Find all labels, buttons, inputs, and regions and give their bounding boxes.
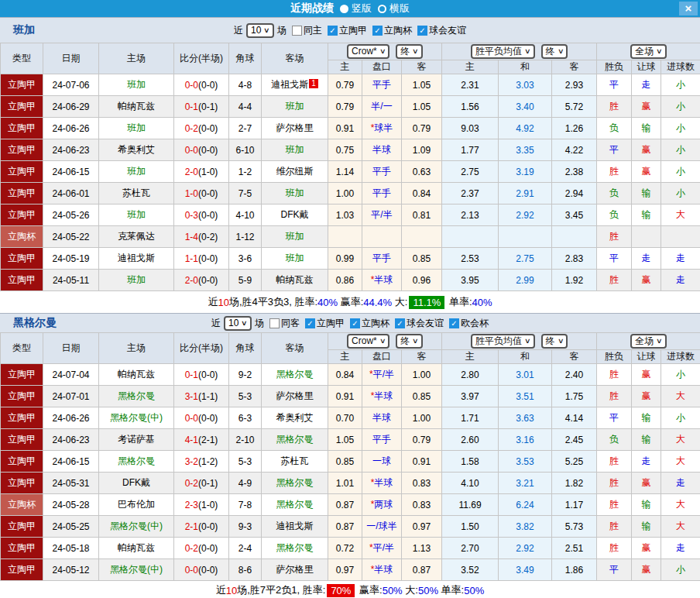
corner-cell: 8-6 bbox=[229, 559, 262, 581]
odds-home-cell: 0.87 bbox=[328, 516, 362, 538]
date-cell: 24-06-23 bbox=[43, 429, 99, 451]
odds-home-cell: 0.97 bbox=[328, 559, 362, 581]
horizontal-layout-label[interactable]: 横版 bbox=[389, 2, 410, 15]
filter-checkbox-2[interactable]: ✓ bbox=[350, 318, 360, 328]
odds-source-select[interactable]: Crow*∨ bbox=[347, 44, 389, 59]
goals-cell: 小 bbox=[661, 364, 700, 386]
avg-home-cell bbox=[442, 226, 499, 248]
handicap-cell: 一球 bbox=[362, 451, 402, 473]
filter-checkbox-label-1[interactable]: 立陶甲 bbox=[339, 24, 367, 37]
odds-final-select[interactable]: 终∨ bbox=[396, 334, 423, 349]
home-team-cell: 考诺萨基 bbox=[99, 429, 174, 451]
avg-away-cell: 1.26 bbox=[552, 118, 597, 139]
avg-away-cell: 2.38 bbox=[552, 161, 597, 183]
avg-final-select[interactable]: 终∨ bbox=[541, 334, 568, 349]
goals-cell: 大 bbox=[661, 386, 700, 407]
odds-source-select-value: Crow* bbox=[352, 46, 377, 57]
avg-draw-cell bbox=[499, 226, 552, 248]
handicap-cell bbox=[362, 226, 402, 248]
filter-checkbox-label-3[interactable]: 球会友谊 bbox=[407, 317, 444, 330]
avg-away-cell: 2.93 bbox=[552, 74, 597, 96]
col-header-corner: 角球 bbox=[229, 43, 262, 74]
avg-type-select[interactable]: 胜平负均值∨ bbox=[471, 334, 535, 349]
odds-away-cell: 0.87 bbox=[402, 559, 442, 581]
filter-checkbox-4[interactable]: ✓ bbox=[449, 318, 459, 328]
horizontal-layout-radio[interactable] bbox=[378, 5, 386, 13]
date-cell: 24-06-26 bbox=[43, 407, 99, 429]
avg-draw-cell: 2.75 bbox=[499, 248, 552, 270]
corner-cell: 4-10 bbox=[229, 204, 262, 226]
close-icon[interactable]: × bbox=[679, 2, 698, 15]
chevron-down-icon: ∨ bbox=[412, 46, 419, 57]
away-team-cell: 迪祖戈斯1 bbox=[262, 74, 328, 96]
scope-select[interactable]: 全场∨ bbox=[630, 334, 667, 349]
odds-away-cell bbox=[402, 226, 442, 248]
vertical-layout-label[interactable]: 竖版 bbox=[352, 2, 372, 15]
odds-group-header: Crow*∨终∨ bbox=[328, 43, 442, 60]
date-cell: 24-05-22 bbox=[43, 226, 99, 248]
filter-checkbox-label-3[interactable]: 球会友谊 bbox=[429, 24, 466, 37]
chevron-down-icon: ∨ bbox=[412, 335, 419, 347]
avg-final-select[interactable]: 终∨ bbox=[541, 44, 568, 59]
odds-final-select[interactable]: 终∨ bbox=[396, 44, 423, 59]
score-cell: 3-1(1-1) bbox=[174, 386, 229, 407]
summary-token: 大: bbox=[392, 295, 407, 309]
goals-cell bbox=[661, 226, 700, 248]
let-ball-cell: 赢 bbox=[632, 96, 661, 118]
let-ball-cell: 走 bbox=[632, 451, 661, 473]
col-header-let_ball: 让球 bbox=[632, 60, 661, 74]
filter-checkbox-label-0[interactable]: 同主 bbox=[304, 24, 322, 37]
away-team-cell: 黑格尔曼 bbox=[262, 538, 328, 559]
avg-home-cell: 2.13 bbox=[442, 204, 499, 226]
filter-checkbox-label-1[interactable]: 立陶甲 bbox=[317, 317, 345, 330]
competition-cell: 立陶甲 bbox=[1, 407, 43, 429]
odds-source-select[interactable]: Crow*∨ bbox=[347, 334, 389, 349]
vertical-layout-radio[interactable] bbox=[340, 5, 348, 13]
match-count-select[interactable]: 10∨ bbox=[246, 23, 274, 38]
odds-away-cell: 0.81 bbox=[402, 204, 442, 226]
summary-token: 40% bbox=[472, 297, 492, 308]
filter-checkbox-label-2[interactable]: 立陶杯 bbox=[384, 24, 412, 37]
avg-home-cell: 3.95 bbox=[442, 270, 499, 291]
filter-checkbox-0[interactable] bbox=[269, 318, 280, 328]
odds-home-cell: 1.03 bbox=[328, 204, 362, 226]
filter-checkbox-label-2[interactable]: 立陶杯 bbox=[362, 317, 389, 330]
filter-checkbox-1[interactable]: ✓ bbox=[305, 318, 315, 328]
competition-cell: 立陶甲 bbox=[1, 96, 43, 118]
let-ball-cell: 赢 bbox=[632, 139, 661, 161]
filter-checkbox-3[interactable]: ✓ bbox=[395, 318, 405, 328]
odds-group-header: Crow*∨终∨ bbox=[328, 333, 442, 350]
col-header-avg_away: 客 bbox=[552, 350, 597, 364]
odds-away-cell: 1.05 bbox=[402, 74, 442, 96]
score-cell: 0-0(0-0) bbox=[174, 74, 229, 96]
filter-checkbox-1[interactable]: ✓ bbox=[328, 26, 338, 36]
scope-select[interactable]: 全场∨ bbox=[630, 44, 667, 59]
avg-draw-cell: 4.92 bbox=[499, 118, 552, 139]
filter-checkbox-label-0[interactable]: 同客 bbox=[281, 317, 300, 330]
avg-type-select[interactable]: 胜平负均值∨ bbox=[471, 44, 535, 59]
filter-checkbox-2[interactable]: ✓ bbox=[372, 26, 383, 36]
score-cell: 2-3(1-0) bbox=[174, 494, 229, 516]
odds-away-cell: 1.00 bbox=[402, 407, 442, 429]
avg-away-cell: 4.22 bbox=[552, 139, 597, 161]
competition-cell: 立陶甲 bbox=[1, 364, 43, 386]
corner-cell: 7-5 bbox=[229, 183, 262, 204]
date-cell: 24-05-28 bbox=[43, 494, 99, 516]
home-team-cell: 黑格尔曼 bbox=[99, 451, 174, 473]
summary-token: 44.4% bbox=[363, 297, 392, 308]
header-row-controls: 类型日期主场比分(半场)角球客场Crow*∨终∨胜平负均值∨终∨全场∨ bbox=[1, 333, 700, 350]
filter-checkbox-0[interactable] bbox=[292, 26, 302, 36]
corner-cell: 4-8 bbox=[229, 74, 262, 96]
col-header-odds_away: 客 bbox=[402, 350, 442, 364]
handicap-cell: 半/一 bbox=[362, 96, 402, 118]
match-count-select[interactable]: 10∨ bbox=[224, 316, 252, 331]
filter-checkbox-label-4[interactable]: 欧会杯 bbox=[461, 317, 489, 330]
away-team-cell: 班加 bbox=[262, 226, 328, 248]
corner-cell: 4-9 bbox=[229, 473, 262, 494]
match-row: 立陶甲24-06-26黑格尔曼(中)0-0(0-0)6-3希奥利艾0.70半球1… bbox=[1, 407, 700, 429]
home-team-cell: 黑格尔曼(中) bbox=[99, 407, 174, 429]
col-header-odds_home: 主 bbox=[328, 60, 362, 74]
match-row: 立陶甲24-06-15黑格尔曼3-2(1-2)5-3苏杜瓦0.85一球0.911… bbox=[1, 451, 700, 473]
filter-checkbox-3[interactable]: ✓ bbox=[417, 26, 427, 36]
score-cell: 0-2(0-1) bbox=[174, 473, 229, 494]
